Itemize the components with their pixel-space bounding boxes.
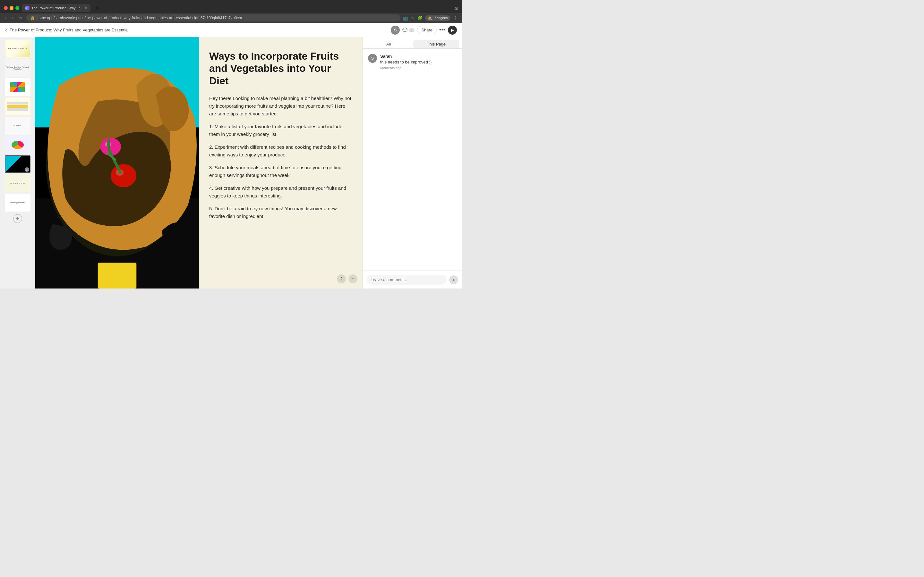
this-page-tab[interactable]: This Page <box>413 40 460 48</box>
lock-icon: 🔒 <box>30 16 35 20</box>
sarah-indicator: S <box>25 167 29 172</box>
minimize-light[interactable] <box>10 6 13 10</box>
slide-body-text: Hey there! Looking to make meal planning… <box>209 95 352 220</box>
comments-panel: All This Page S Sarah this needs to be i… <box>363 37 462 288</box>
slide-image-panel <box>35 37 199 288</box>
comment-input-area: ➤ <box>363 271 462 288</box>
user-avatar: S <box>391 26 400 35</box>
svg-rect-7 <box>98 263 137 288</box>
incognito-icon: 🕵 <box>428 16 432 20</box>
slide-text-panel: Ways to Incorporate Fruits and Vegetable… <box>199 37 363 288</box>
tab[interactable]: The Power of Produce: Why Fr... × <box>22 4 90 12</box>
add-slide-button[interactable]: + <box>13 214 22 223</box>
slide-wrapper: 2 Nutritional Benefits of Fruits and Veg… <box>5 59 31 77</box>
address-bar: ‹ › ↻ 🔒 tome.app/sarahsworkspace/the-pow… <box>0 13 462 23</box>
bookmark-icon[interactable]: ☆ <box>411 15 415 21</box>
help-button[interactable]: ? <box>337 274 346 284</box>
slide-thumbnail-3[interactable] <box>5 78 31 96</box>
slide-wrapper: 3 <box>5 78 31 96</box>
slide-item-1: 1. Make a list of your favorite fruits a… <box>209 123 352 138</box>
comment-timestamp: Moments ago <box>380 66 457 70</box>
slide-wrapper: 5 DONABLE <box>5 117 31 135</box>
slide-thumbnail-8[interactable]: EAT YOU YOU FORU <box>5 174 31 192</box>
comments-list: S Sarah this needs to be improved :) Mom… <box>363 49 462 271</box>
browser-chrome: The Power of Produce: Why Fr... × + ⊠ ‹ … <box>0 0 462 23</box>
play-presentation-button[interactable]: ▶ <box>448 26 457 35</box>
send-comment-button[interactable]: ➤ <box>449 276 458 284</box>
all-comments-tab[interactable]: All <box>365 40 412 48</box>
slide-wrapper: 9 something great today <box>5 193 31 211</box>
app-header: ‹ The Power of Produce: Why Fruits and V… <box>0 23 462 37</box>
comment-icon: 💬 <box>402 27 407 32</box>
send-icon: ➤ <box>452 277 456 282</box>
cast-icon[interactable]: 📺 <box>403 16 408 21</box>
slide-wrapper: 7 S <box>5 155 31 173</box>
more-options-button[interactable]: ••• <box>439 27 445 33</box>
comment-count-badge: 1 <box>409 28 415 32</box>
slide-item-5: 5. Don't be afraid to try new things! Yo… <box>209 205 352 220</box>
slide-item-4: 4. Get creative with how you prepare and… <box>209 184 352 200</box>
slide-viewer: Ways to Incorporate Fruits and Vegetable… <box>35 37 363 288</box>
header-actions: S 💬 1 Share ••• ▶ <box>391 26 457 35</box>
new-tab-button[interactable]: + <box>93 3 101 13</box>
reload-button[interactable]: ↻ <box>18 15 24 21</box>
url-text: tome.app/sarahsworkspace/the-power-of-pr… <box>37 16 397 20</box>
slide-thumbnail-5[interactable]: DONABLE <box>5 117 31 135</box>
slide-thumbnail-7[interactable]: S <box>5 155 31 173</box>
incognito-label: Incognito <box>433 16 448 20</box>
forward-button[interactable]: › <box>11 15 15 21</box>
tab-close-icon[interactable]: × <box>85 5 87 11</box>
slide-heading: Ways to Incorporate Fruits and Vegetable… <box>209 50 352 87</box>
close-light[interactable] <box>4 6 8 10</box>
comment-input[interactable] <box>367 275 447 285</box>
slide-thumbnail-6[interactable] <box>5 136 31 154</box>
window-controls[interactable]: ⊠ <box>454 5 458 11</box>
svg-point-5 <box>111 164 136 187</box>
slide-intro: Hey there! Looking to make meal planning… <box>209 95 352 118</box>
slide-wrapper: 6 <box>5 136 31 154</box>
slide-item-2: 2. Experiment with different recipes and… <box>209 143 352 159</box>
main-area: 1 The Power of Produce 2 Nutritional Ben… <box>0 37 462 288</box>
slides-sidebar: 1 The Power of Produce 2 Nutritional Ben… <box>0 37 35 288</box>
comment-item: S Sarah this needs to be improved :) Mom… <box>368 54 457 70</box>
slide-wrapper: 1 The Power of Produce <box>5 40 31 58</box>
extension-icon[interactable]: 🧩 <box>417 16 423 21</box>
title-bar: The Power of Produce: Why Fr... × + ⊠ <box>0 0 462 13</box>
slide-item-3: 3. Schedule your meals ahead of time to … <box>209 164 352 179</box>
art-svg <box>35 37 199 288</box>
slide-wrapper: 8 EAT YOU YOU FORU <box>5 174 31 192</box>
back-to-docs-button[interactable]: ‹ <box>5 27 7 33</box>
comment-text: this needs to be improved :) <box>380 59 457 65</box>
back-button[interactable]: ‹ <box>4 15 8 21</box>
comment-author: Sarah <box>380 54 457 59</box>
comment-avatar: S <box>368 54 377 63</box>
slide-wrapper: 4 <box>5 97 31 115</box>
incognito-badge: 🕵 Incognito <box>425 15 451 21</box>
slide-thumbnail-2[interactable]: Nutritional Benefits of Fruits and Veget… <box>5 59 31 77</box>
traffic-lights <box>4 6 19 10</box>
slide-thumbnail-9[interactable]: something great today <box>5 193 31 211</box>
url-bar[interactable]: 🔒 tome.app/sarahsworkspace/the-power-of-… <box>26 15 401 21</box>
document-title: The Power of Produce: Why Fruits and Veg… <box>10 27 391 32</box>
slide-thumbnail-1[interactable]: The Power of Produce <box>5 40 31 58</box>
add-content-button[interactable]: + <box>349 274 357 284</box>
tab-favicon <box>25 6 29 10</box>
comment-body: Sarah this needs to be improved :) Momen… <box>380 54 457 70</box>
slide-layout: Ways to Incorporate Fruits and Vegetable… <box>35 37 363 288</box>
menu-button[interactable]: ⋮ <box>453 15 458 21</box>
address-bar-icons: 📺 ☆ 🧩 🕵 Incognito ⋮ <box>403 15 458 21</box>
share-button[interactable]: Share <box>417 26 437 34</box>
comments-button[interactable]: 💬 1 <box>402 27 415 32</box>
fullscreen-light[interactable] <box>15 6 19 10</box>
slide-thumbnail-4[interactable] <box>5 97 31 115</box>
comments-tabs: All This Page <box>363 37 462 49</box>
art-canvas <box>35 37 199 288</box>
tab-title: The Power of Produce: Why Fr... <box>31 6 83 10</box>
app: ‹ The Power of Produce: Why Fruits and V… <box>0 23 462 288</box>
